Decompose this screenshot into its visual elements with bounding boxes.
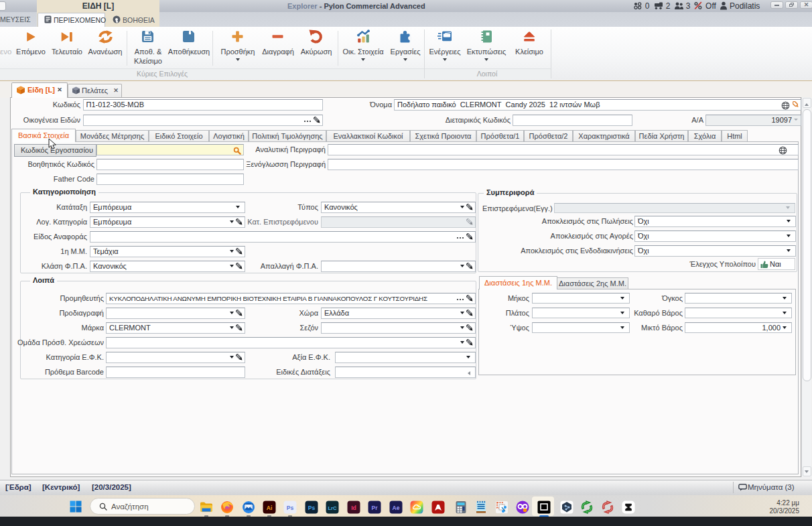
svg-text:Id: Id bbox=[351, 505, 356, 511]
svg-text:Ps: Ps bbox=[308, 505, 316, 511]
svg-text:LrC: LrC bbox=[328, 505, 338, 511]
svg-text:Ps: Ps bbox=[287, 505, 294, 511]
svg-text:Ai: Ai bbox=[267, 505, 273, 511]
svg-text:Ae: Ae bbox=[393, 505, 400, 511]
svg-text:Pr: Pr bbox=[372, 505, 379, 511]
